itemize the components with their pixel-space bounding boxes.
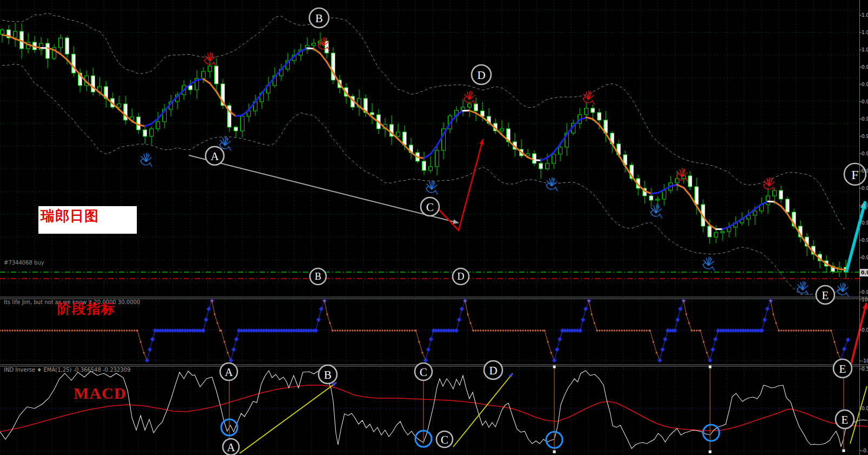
svg-text:-100: -100: [862, 358, 868, 364]
svg-text:0.9: 0.9: [862, 64, 868, 70]
divergence-low-circles[interactable]: [221, 419, 719, 448]
macd-indicator-params: IND Inverse ♦ EMA(1,25) -0.366548 -0.232…: [4, 367, 130, 373]
svg-text:A: A: [227, 441, 235, 454]
main-chart-label-box: 瑞郎日图: [38, 206, 137, 234]
svg-text:1.0: 1.0: [862, 30, 868, 35]
sell-signal-hand-icon: [583, 91, 594, 104]
svg-text:0.9: 0.9: [862, 116, 868, 122]
open-order-text: #7344068 buy: [4, 260, 44, 266]
svg-text:1.0: 1.0: [862, 12, 868, 18]
buy-signal-hand-icon: [141, 153, 152, 167]
svg-text:0.9: 0.9: [862, 186, 868, 191]
stage-pane-title: 阶段指标: [57, 300, 116, 318]
mt4-chart-window: ABCDBDEFAABCCDEE1.01.01.00.90.90.90.90.9…: [0, 0, 868, 455]
svg-text:-0.5: -0.5: [862, 448, 868, 453]
candlesticks: [1, 23, 848, 279]
order-lines[interactable]: [0, 272, 860, 279]
buy-signal-hand-icon: [546, 177, 558, 191]
svg-text:D: D: [458, 271, 465, 282]
svg-text:0.0: 0.0: [862, 327, 868, 333]
svg-text:A: A: [210, 150, 219, 163]
svg-text:B: B: [315, 271, 321, 282]
divergence-trendlines[interactable]: [240, 373, 867, 453]
buy-signal-hand-icon: [797, 281, 809, 295]
svg-text:C: C: [426, 201, 434, 214]
svg-text:A: A: [224, 366, 233, 379]
svg-text:C: C: [441, 433, 448, 446]
macd-series: [0, 371, 867, 449]
svg-text:D: D: [489, 364, 497, 377]
sell-signal-hand-icon: [764, 177, 775, 191]
sell-signal-hand-icon: [464, 91, 475, 104]
sell-signal-hand-icon: [204, 52, 216, 66]
svg-text:D: D: [477, 69, 485, 82]
signal-icons: [141, 37, 849, 296]
svg-text:0.9: 0.9: [862, 134, 868, 139]
svg-text:B: B: [324, 368, 332, 381]
svg-text:0.9: 0.9: [862, 82, 868, 87]
svg-text:0.9: 0.9: [862, 255, 868, 260]
buy-signal-hand-icon: [837, 283, 849, 296]
buy-signal-hand-icon: [651, 205, 662, 218]
svg-text:E: E: [842, 413, 849, 426]
svg-text:E: E: [822, 289, 829, 302]
svg-text:0.9: 0.9: [862, 220, 868, 226]
svg-text:0.9: 0.9: [862, 203, 868, 208]
svg-text:E: E: [839, 362, 846, 375]
svg-text:C: C: [420, 366, 427, 379]
svg-text:100: 100: [862, 297, 868, 302]
svg-text:1.0: 1.0: [862, 47, 868, 52]
wave-letter-markers[interactable]: ABCDBDEFAABCCDEE: [206, 8, 866, 455]
svg-text:0.9: 0.9: [862, 168, 868, 174]
svg-text:0.9: 0.9: [862, 151, 868, 156]
svg-text:0.0: 0.0: [862, 406, 868, 411]
macd-pane-title: MACD: [74, 384, 126, 403]
svg-text:0.9: 0.9: [862, 99, 868, 104]
svg-text:0.5: 0.5: [862, 366, 868, 372]
svg-text:0.9: 0.9: [862, 238, 868, 243]
buy-signal-hand-icon: [220, 137, 231, 150]
svg-text:B: B: [315, 12, 323, 25]
svg-text:0.9: 0.9: [862, 289, 868, 295]
buy-signal-hand-icon: [426, 181, 438, 194]
stage-indicator-series: [0, 299, 850, 362]
svg-text:0.9: 0.9: [861, 270, 868, 275]
main-chart-title: 瑞郎日图: [41, 207, 137, 226]
svg-text:F: F: [851, 168, 858, 182]
buy-signal-hand-icon: [703, 257, 714, 271]
